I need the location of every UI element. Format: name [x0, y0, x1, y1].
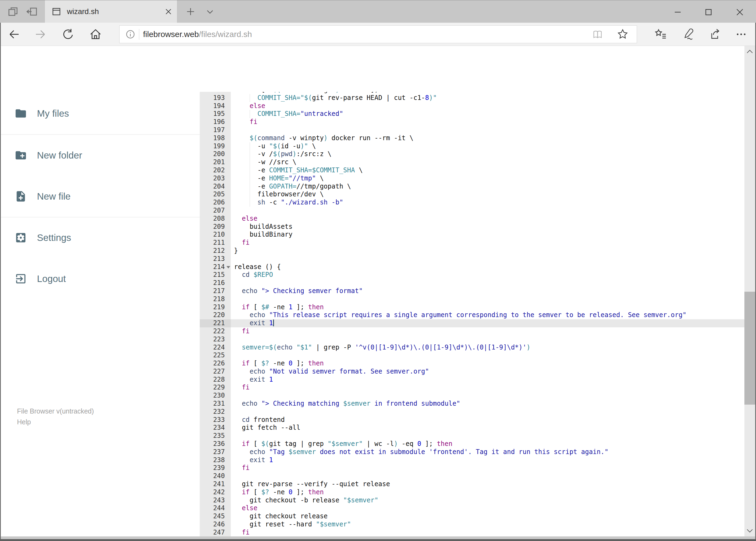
code-line[interactable]: 242 if [ $? -ne 0 ]; then	[200, 488, 744, 496]
new-tab-plus-icon[interactable]	[183, 5, 197, 18]
code-editor[interactable]: 192 if [ "$(command -v git)" != "" ]; th…	[200, 92, 744, 536]
browser-tab[interactable]: wizard.sh	[45, 0, 177, 23]
more-dots-icon[interactable]	[733, 26, 749, 42]
code-line[interactable]: 216	[200, 279, 744, 287]
code-line[interactable]: 202 -e COMMIT_SHA=$COMMIT_SHA \	[200, 166, 744, 175]
code-line[interactable]: 214release () {	[200, 263, 744, 271]
code-line[interactable]: 226 if [ $? -ne 0 ]; then	[200, 359, 744, 367]
fold-arrow-icon[interactable]	[226, 266, 230, 270]
sidebar-item-my-files[interactable]: My files	[1, 99, 200, 128]
code-line[interactable]: 237 echo "Tag $semver does not exist in …	[200, 448, 744, 456]
line-number: 230	[200, 392, 231, 400]
code-line[interactable]: 192 if [ "$(command -v git)" != "" ]; th…	[200, 92, 744, 94]
close-window-icon[interactable]	[732, 7, 748, 17]
code-line[interactable]: 211 fi	[200, 239, 744, 247]
code-line[interactable]: 205 filebrowser/dev \	[200, 191, 744, 199]
maximize-icon[interactable]	[701, 7, 716, 17]
code-line[interactable]: 219 if [ $# -ne 1 ]; then	[200, 303, 744, 311]
code-line[interactable]: 215 cd $REPO	[200, 271, 744, 279]
set-tabs-aside-icon[interactable]	[25, 5, 39, 18]
line-number: 210	[200, 231, 231, 239]
reading-view-icon[interactable]	[591, 28, 604, 41]
code-line[interactable]: 238 exit 1	[200, 456, 744, 464]
forward-icon[interactable]	[32, 26, 49, 42]
filebrowser-header	[1, 46, 755, 92]
code-line[interactable]: 217 echo "> Checking semver format"	[200, 287, 744, 295]
line-number: 234	[200, 424, 231, 432]
code-line[interactable]: 233 cd frontend	[200, 416, 744, 424]
code-line[interactable]: 222 fi	[200, 327, 744, 335]
horizontal-scrollbar[interactable]	[1, 536, 755, 539]
code-line[interactable]: 221 exit 1	[200, 319, 744, 327]
code-line[interactable]: 243 git checkout -b release "$semver"	[200, 496, 744, 505]
annotate-pen-icon[interactable]	[680, 26, 696, 42]
scroll-down-icon[interactable]	[744, 525, 755, 536]
code-line[interactable]: 203 -e HOME="//tmp" \	[200, 175, 744, 183]
code-line[interactable]: 247 fi	[200, 529, 744, 536]
code-line[interactable]: 207	[200, 207, 744, 215]
code-line[interactable]: 212}	[200, 247, 744, 255]
code-line[interactable]: 224 semver=$(echo "$1" | grep -P '^v(0|[…	[200, 343, 744, 352]
scrollbar-thumb[interactable]	[744, 292, 755, 405]
share-page-icon[interactable]	[707, 26, 723, 42]
code-line[interactable]: 232	[200, 408, 744, 416]
scroll-up-icon[interactable]	[744, 46, 755, 58]
code-line[interactable]: 231 echo "> Checking matching $semver in…	[200, 400, 744, 408]
code-line[interactable]: 245 git checkout release	[200, 512, 744, 520]
code-line[interactable]: 199 -u "$(id -u)" \	[200, 142, 744, 151]
sidebar-item-new-file[interactable]: New file	[1, 182, 200, 211]
code-line[interactable]: 201 -w //src \	[200, 158, 744, 166]
chevron-down-icon[interactable]	[203, 5, 217, 18]
page-scrollbar[interactable]	[744, 46, 755, 536]
code-line[interactable]: 213	[200, 255, 744, 263]
info-circle-icon[interactable]	[125, 29, 136, 40]
code-line[interactable]: 223	[200, 335, 744, 343]
sidebar-item-new-folder[interactable]: New folder	[1, 141, 200, 170]
code-line[interactable]: 244 else	[200, 504, 744, 512]
line-number: 211	[200, 239, 231, 247]
back-icon[interactable]	[6, 26, 22, 42]
favorite-star-icon[interactable]	[616, 28, 629, 41]
hub-icon[interactable]	[652, 26, 669, 42]
code-line[interactable]: 208 else	[200, 215, 744, 223]
indent-guide	[250, 94, 250, 102]
code-line[interactable]: 241 git rev-parse --verify --quiet relea…	[200, 480, 744, 488]
code-line[interactable]: 225	[200, 351, 744, 359]
code-line[interactable]: 228 exit 1	[200, 376, 744, 384]
code-line[interactable]: 209 buildAssets	[200, 223, 744, 231]
code-line[interactable]: 218	[200, 295, 744, 303]
code-line[interactable]: 236 if [ $(git tag | grep "$semver" | wc…	[200, 440, 744, 448]
code-line[interactable]: 206 sh -c "./wizard.sh -b"	[200, 199, 744, 207]
tab-title: wizard.sh	[67, 7, 165, 16]
code-line[interactable]: 204 -e GOPATH=//tmp/gopath \	[200, 183, 744, 191]
code-line[interactable]: 234 git fetch --all	[200, 424, 744, 432]
help-link[interactable]: Help	[17, 416, 94, 427]
indent-guide	[250, 158, 250, 166]
refresh-icon[interactable]	[60, 26, 76, 42]
code-line[interactable]: 229 fi	[200, 383, 744, 392]
code-line[interactable]: 240	[200, 472, 744, 480]
code-line[interactable]: 220 echo "This release script requires a…	[200, 311, 744, 319]
code-line[interactable]: 196 fi	[200, 118, 744, 126]
code-line[interactable]: 246 git reset --hard "$semver"	[200, 520, 744, 529]
address-bar[interactable]: filebrowser.web/files/wizard.sh	[119, 25, 637, 43]
code-line[interactable]: 235	[200, 432, 744, 440]
code-line[interactable]: 239 fi	[200, 464, 744, 472]
code-line[interactable]: 193 COMMIT_SHA="$(git rev-parse HEAD | c…	[200, 94, 744, 102]
code-line[interactable]: 197	[200, 126, 744, 134]
code-line[interactable]: 230	[200, 392, 744, 400]
code-line[interactable]: 198 $(command -v winpty) docker run --rm…	[200, 134, 744, 142]
sidebar-item-settings[interactable]: Settings	[1, 223, 200, 253]
code-line[interactable]: 227 echo "Not valid semver format. See s…	[200, 367, 744, 376]
sidebar-item-logout[interactable]: Logout	[1, 264, 200, 293]
code-line[interactable]: 210 buildBinary	[200, 231, 744, 239]
code-line[interactable]: 195 COMMIT_SHA="untracked"	[200, 110, 744, 118]
line-number: 245	[200, 512, 231, 520]
code-line[interactable]: 200 -v /$(pwd):/src:z \	[200, 150, 744, 158]
line-number: 220	[200, 311, 231, 319]
tabs-set-aside-icon[interactable]	[6, 5, 20, 18]
minimize-icon[interactable]	[670, 7, 685, 17]
close-tab-icon[interactable]	[165, 8, 172, 15]
code-line[interactable]: 194 else	[200, 102, 744, 110]
home-icon[interactable]	[88, 26, 104, 42]
